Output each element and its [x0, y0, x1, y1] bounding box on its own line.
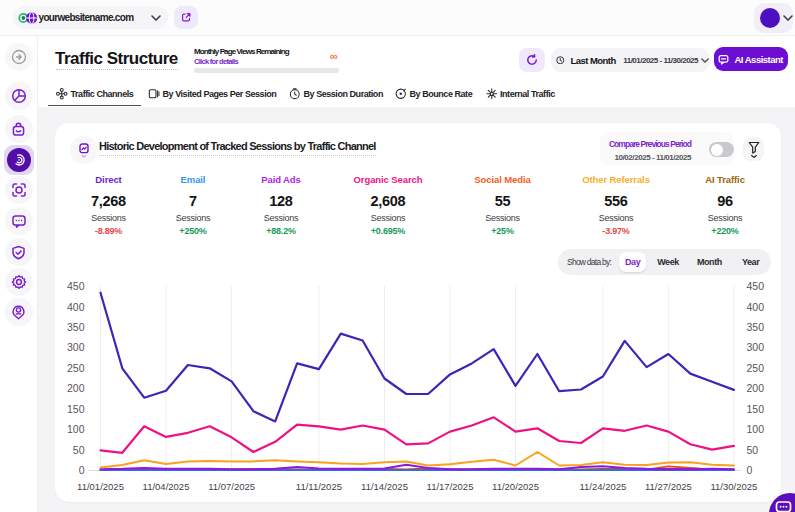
svg-text:150: 150 [67, 403, 85, 415]
svg-text:100: 100 [67, 423, 85, 435]
svg-text:11/01/2025: 11/01/2025 [77, 481, 124, 492]
svg-text:0: 0 [79, 464, 85, 476]
svg-text:450: 450 [747, 280, 765, 292]
svg-text:11/11/2025: 11/11/2025 [296, 481, 342, 492]
svg-text:250: 250 [67, 362, 85, 374]
svg-text:250: 250 [747, 362, 765, 374]
svg-text:150: 150 [747, 403, 765, 415]
svg-text:400: 400 [747, 301, 765, 313]
svg-text:11/27/2025: 11/27/2025 [645, 481, 692, 492]
svg-text:100: 100 [747, 423, 765, 435]
svg-text:0: 0 [747, 464, 753, 476]
svg-text:200: 200 [747, 382, 765, 394]
svg-text:11/20/2025: 11/20/2025 [492, 481, 539, 492]
svg-text:11/14/2025: 11/14/2025 [361, 481, 408, 492]
svg-text:450: 450 [67, 280, 85, 292]
svg-text:300: 300 [747, 341, 765, 353]
svg-text:200: 200 [67, 382, 85, 394]
svg-text:11/17/2025: 11/17/2025 [427, 481, 474, 492]
svg-text:11/07/2025: 11/07/2025 [208, 481, 255, 492]
svg-text:11/30/2025: 11/30/2025 [710, 481, 757, 492]
svg-text:350: 350 [747, 321, 765, 333]
svg-text:11/04/2025: 11/04/2025 [143, 481, 190, 492]
svg-text:50: 50 [747, 444, 759, 456]
svg-text:300: 300 [67, 341, 85, 353]
svg-text:350: 350 [67, 321, 85, 333]
svg-text:50: 50 [73, 444, 85, 456]
svg-text:400: 400 [67, 301, 85, 313]
svg-text:11/24/2025: 11/24/2025 [579, 481, 626, 492]
